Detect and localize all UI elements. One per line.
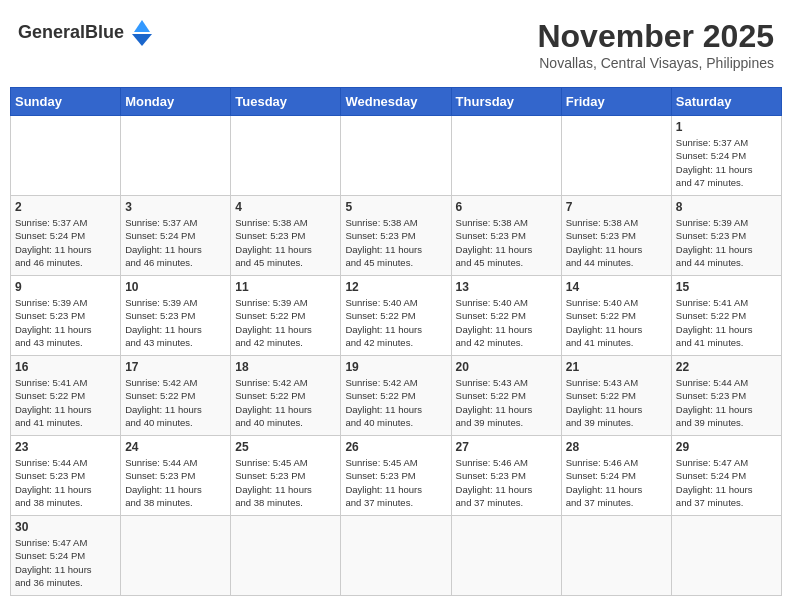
day-info: Sunrise: 5:41 AM Sunset: 5:22 PM Dayligh…: [15, 376, 116, 429]
calendar-cell: 10Sunrise: 5:39 AM Sunset: 5:23 PM Dayli…: [121, 276, 231, 356]
calendar-cell: 9Sunrise: 5:39 AM Sunset: 5:23 PM Daylig…: [11, 276, 121, 356]
day-info: Sunrise: 5:42 AM Sunset: 5:22 PM Dayligh…: [345, 376, 446, 429]
calendar-cell: 5Sunrise: 5:38 AM Sunset: 5:23 PM Daylig…: [341, 196, 451, 276]
weekday-header-saturday: Saturday: [671, 88, 781, 116]
location-title: Novallas, Central Visayas, Philippines: [537, 55, 774, 71]
logo-blue: Blue: [85, 22, 124, 42]
day-number: 5: [345, 200, 446, 214]
day-number: 9: [15, 280, 116, 294]
day-info: Sunrise: 5:42 AM Sunset: 5:22 PM Dayligh…: [125, 376, 226, 429]
title-area: November 2025 Novallas, Central Visayas,…: [529, 10, 782, 79]
day-number: 22: [676, 360, 777, 374]
calendar: SundayMondayTuesdayWednesdayThursdayFrid…: [10, 87, 782, 596]
calendar-cell: [231, 516, 341, 596]
day-info: Sunrise: 5:43 AM Sunset: 5:22 PM Dayligh…: [566, 376, 667, 429]
day-number: 12: [345, 280, 446, 294]
calendar-cell: [451, 116, 561, 196]
calendar-cell: 18Sunrise: 5:42 AM Sunset: 5:22 PM Dayli…: [231, 356, 341, 436]
day-info: Sunrise: 5:38 AM Sunset: 5:23 PM Dayligh…: [456, 216, 557, 269]
day-number: 10: [125, 280, 226, 294]
day-info: Sunrise: 5:40 AM Sunset: 5:22 PM Dayligh…: [566, 296, 667, 349]
calendar-cell: [341, 516, 451, 596]
calendar-cell: 2Sunrise: 5:37 AM Sunset: 5:24 PM Daylig…: [11, 196, 121, 276]
calendar-cell: 20Sunrise: 5:43 AM Sunset: 5:22 PM Dayli…: [451, 356, 561, 436]
calendar-cell: 29Sunrise: 5:47 AM Sunset: 5:24 PM Dayli…: [671, 436, 781, 516]
header: GeneralBlue November 2025 Novallas, Cent…: [10, 10, 782, 79]
calendar-cell: 15Sunrise: 5:41 AM Sunset: 5:22 PM Dayli…: [671, 276, 781, 356]
day-number: 6: [456, 200, 557, 214]
day-info: Sunrise: 5:37 AM Sunset: 5:24 PM Dayligh…: [125, 216, 226, 269]
calendar-week-6: 30Sunrise: 5:47 AM Sunset: 5:24 PM Dayli…: [11, 516, 782, 596]
weekday-header-row: SundayMondayTuesdayWednesdayThursdayFrid…: [11, 88, 782, 116]
calendar-cell: [451, 516, 561, 596]
weekday-header-sunday: Sunday: [11, 88, 121, 116]
day-number: 2: [15, 200, 116, 214]
logo: GeneralBlue: [10, 10, 166, 54]
day-number: 3: [125, 200, 226, 214]
day-number: 28: [566, 440, 667, 454]
day-info: Sunrise: 5:39 AM Sunset: 5:22 PM Dayligh…: [235, 296, 336, 349]
day-number: 13: [456, 280, 557, 294]
weekday-header-thursday: Thursday: [451, 88, 561, 116]
weekday-header-tuesday: Tuesday: [231, 88, 341, 116]
svg-marker-1: [132, 34, 152, 46]
calendar-cell: 28Sunrise: 5:46 AM Sunset: 5:24 PM Dayli…: [561, 436, 671, 516]
day-info: Sunrise: 5:44 AM Sunset: 5:23 PM Dayligh…: [676, 376, 777, 429]
logo-text: GeneralBlue: [18, 22, 124, 43]
calendar-cell: [561, 116, 671, 196]
calendar-cell: 8Sunrise: 5:39 AM Sunset: 5:23 PM Daylig…: [671, 196, 781, 276]
day-info: Sunrise: 5:38 AM Sunset: 5:23 PM Dayligh…: [566, 216, 667, 269]
calendar-cell: 26Sunrise: 5:45 AM Sunset: 5:23 PM Dayli…: [341, 436, 451, 516]
calendar-cell: [341, 116, 451, 196]
day-number: 14: [566, 280, 667, 294]
calendar-cell: [671, 516, 781, 596]
day-number: 18: [235, 360, 336, 374]
calendar-cell: 22Sunrise: 5:44 AM Sunset: 5:23 PM Dayli…: [671, 356, 781, 436]
day-number: 17: [125, 360, 226, 374]
day-number: 7: [566, 200, 667, 214]
day-number: 30: [15, 520, 116, 534]
day-number: 24: [125, 440, 226, 454]
calendar-cell: 25Sunrise: 5:45 AM Sunset: 5:23 PM Dayli…: [231, 436, 341, 516]
day-info: Sunrise: 5:42 AM Sunset: 5:22 PM Dayligh…: [235, 376, 336, 429]
calendar-cell: 19Sunrise: 5:42 AM Sunset: 5:22 PM Dayli…: [341, 356, 451, 436]
day-number: 16: [15, 360, 116, 374]
calendar-cell: 12Sunrise: 5:40 AM Sunset: 5:22 PM Dayli…: [341, 276, 451, 356]
day-info: Sunrise: 5:38 AM Sunset: 5:23 PM Dayligh…: [235, 216, 336, 269]
calendar-cell: [121, 116, 231, 196]
calendar-cell: [561, 516, 671, 596]
month-title: November 2025: [537, 18, 774, 55]
calendar-cell: 1Sunrise: 5:37 AM Sunset: 5:24 PM Daylig…: [671, 116, 781, 196]
svg-marker-0: [134, 20, 150, 32]
day-number: 23: [15, 440, 116, 454]
day-info: Sunrise: 5:43 AM Sunset: 5:22 PM Dayligh…: [456, 376, 557, 429]
day-info: Sunrise: 5:44 AM Sunset: 5:23 PM Dayligh…: [15, 456, 116, 509]
calendar-cell: 23Sunrise: 5:44 AM Sunset: 5:23 PM Dayli…: [11, 436, 121, 516]
day-info: Sunrise: 5:40 AM Sunset: 5:22 PM Dayligh…: [456, 296, 557, 349]
day-info: Sunrise: 5:39 AM Sunset: 5:23 PM Dayligh…: [676, 216, 777, 269]
day-info: Sunrise: 5:41 AM Sunset: 5:22 PM Dayligh…: [676, 296, 777, 349]
calendar-cell: [11, 116, 121, 196]
day-number: 8: [676, 200, 777, 214]
day-info: Sunrise: 5:47 AM Sunset: 5:24 PM Dayligh…: [676, 456, 777, 509]
calendar-cell: 3Sunrise: 5:37 AM Sunset: 5:24 PM Daylig…: [121, 196, 231, 276]
logo-general: General: [18, 22, 85, 42]
day-number: 21: [566, 360, 667, 374]
day-info: Sunrise: 5:37 AM Sunset: 5:24 PM Dayligh…: [676, 136, 777, 189]
day-number: 20: [456, 360, 557, 374]
calendar-cell: 24Sunrise: 5:44 AM Sunset: 5:23 PM Dayli…: [121, 436, 231, 516]
day-info: Sunrise: 5:39 AM Sunset: 5:23 PM Dayligh…: [125, 296, 226, 349]
calendar-cell: 4Sunrise: 5:38 AM Sunset: 5:23 PM Daylig…: [231, 196, 341, 276]
calendar-cell: [231, 116, 341, 196]
calendar-cell: 17Sunrise: 5:42 AM Sunset: 5:22 PM Dayli…: [121, 356, 231, 436]
day-number: 15: [676, 280, 777, 294]
weekday-header-wednesday: Wednesday: [341, 88, 451, 116]
day-info: Sunrise: 5:44 AM Sunset: 5:23 PM Dayligh…: [125, 456, 226, 509]
logo-icon: [126, 18, 158, 46]
day-number: 4: [235, 200, 336, 214]
calendar-week-4: 16Sunrise: 5:41 AM Sunset: 5:22 PM Dayli…: [11, 356, 782, 436]
day-info: Sunrise: 5:38 AM Sunset: 5:23 PM Dayligh…: [345, 216, 446, 269]
day-number: 25: [235, 440, 336, 454]
day-number: 29: [676, 440, 777, 454]
calendar-cell: 30Sunrise: 5:47 AM Sunset: 5:24 PM Dayli…: [11, 516, 121, 596]
